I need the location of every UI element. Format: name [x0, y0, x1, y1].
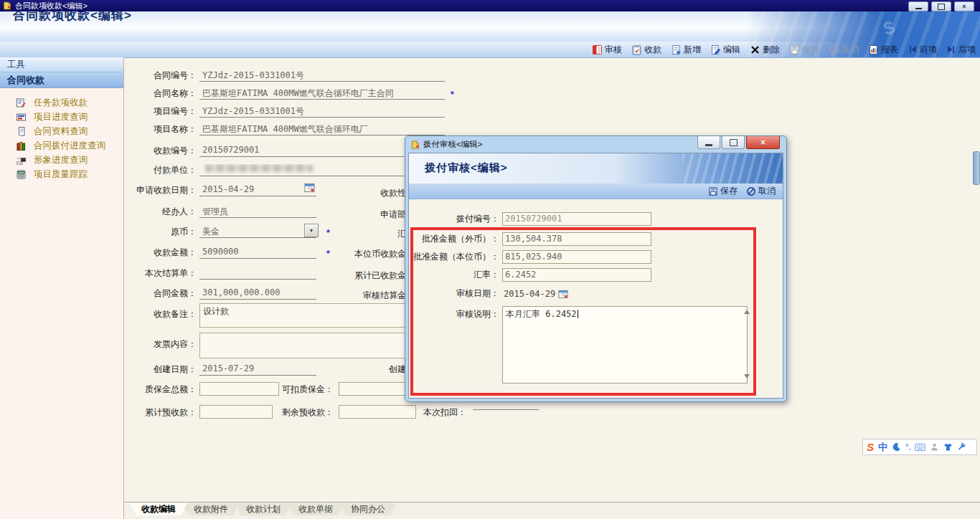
settlement-input[interactable] [199, 267, 316, 280]
tab-receipt-plan[interactable]: 收款计划 [235, 503, 292, 515]
project-name-label: 项目名称： [119, 123, 197, 135]
tab-receipt-edit[interactable]: 收款编辑 [130, 503, 187, 515]
sogou-logo-icon[interactable]: S [867, 442, 874, 452]
retention-total-input[interactable] [199, 382, 279, 396]
create-date-input[interactable]: 2015-07-29 [199, 363, 316, 376]
advance-remain-input[interactable] [339, 405, 416, 419]
tab-collaboration[interactable]: 协同办公 [339, 503, 397, 515]
receipt-button[interactable]: 收款 [631, 44, 661, 56]
invoice-textarea[interactable] [199, 333, 405, 358]
audit-icon [592, 44, 603, 55]
previous-item-button[interactable]: 前项 [908, 44, 937, 56]
save-icon [789, 44, 800, 55]
user-icon[interactable] [930, 442, 939, 452]
sidebar-item-project-progress[interactable]: 项目进度查询 [0, 110, 123, 124]
payer-value-redacted [205, 164, 313, 172]
dialog-close-button[interactable]: × [746, 136, 780, 149]
clipped-label-accumulated: 累计已收款金 [308, 270, 406, 282]
quality-track-icon [16, 169, 27, 180]
sidebar-item-contract-info[interactable]: 合同资料查询 [0, 124, 123, 138]
tab-receipt-attachment[interactable]: 收款附件 [182, 503, 240, 515]
window-close-button[interactable]: × [954, 1, 974, 11]
currency-select[interactable]: 美金 [199, 226, 316, 238]
currency-label: 原币： [119, 226, 197, 238]
add-icon [671, 44, 682, 55]
edit-button[interactable]: 编辑 [710, 44, 740, 56]
cancel-button: 取消 [829, 44, 859, 56]
previous-icon [908, 44, 918, 54]
window-minimize-button[interactable] [908, 1, 928, 11]
project-no-label: 项目编号： [119, 105, 197, 118]
dialog-restore-button[interactable] [722, 136, 745, 149]
dialog-toolbar: 保存 取消 [409, 184, 783, 199]
next-icon [946, 44, 956, 54]
save-button: 保存 [789, 44, 819, 56]
cancel-icon [746, 186, 756, 196]
retention-deductible-input[interactable] [339, 382, 408, 396]
highlight-rectangle [410, 227, 756, 396]
pay-no-input[interactable]: 20150729001 [502, 212, 651, 226]
dialog-document-icon [411, 141, 420, 149]
dialog-title: 拨付审核<编辑> [423, 139, 482, 150]
sidebar: 工具 合同收款 任务款项收款 项目进度查询 合同资料查询 合同拨付进度查询 0 … [0, 57, 124, 519]
skin-shirt-icon[interactable] [943, 442, 953, 452]
handler-label: 经办人： [119, 206, 197, 218]
retention-total-label: 质保金总额： [119, 384, 197, 396]
sidebar-group-header[interactable]: 合同收款 [0, 72, 123, 88]
contract-name-input[interactable]: 巴基斯坦FATIMA 400MW燃气联合循环电厂主合同 [199, 87, 445, 100]
apply-date-input[interactable]: 2015-04-29 [199, 184, 316, 196]
handler-input[interactable]: 管理员 [199, 206, 316, 218]
visual-progress-icon: 0 10 [16, 155, 27, 166]
contract-no-label: 合同编号： [119, 70, 197, 82]
audit-button[interactable]: 审核 [592, 44, 622, 56]
invoice-label: 发票内容： [119, 338, 197, 351]
contract-info-icon [16, 126, 27, 137]
sidebar-item-visual-progress[interactable]: 0 10 形象进度查询 [0, 153, 123, 167]
cancel-icon [829, 44, 839, 55]
amount-label: 收款金额： [119, 247, 197, 259]
moon-icon[interactable] [892, 442, 901, 452]
punctuation-icon[interactable]: °, [905, 443, 910, 451]
save-icon [708, 186, 718, 196]
chinese-mode-icon[interactable]: 中 [878, 442, 887, 452]
app-document-icon [3, 1, 11, 10]
delete-button[interactable]: 删除 [750, 44, 780, 56]
soft-keyboard-icon[interactable] [915, 443, 925, 452]
contract-no-input[interactable]: YZJdz-2015-0331001号 [199, 70, 445, 82]
dollar-watermark: $ [880, 16, 897, 41]
sidebar-item-task-receipt[interactable]: 任务款项收款 [0, 95, 123, 110]
payer-input[interactable] [199, 164, 404, 176]
receipt-no-input[interactable]: 20150729001 [199, 145, 404, 157]
window-restore-button[interactable] [931, 1, 951, 11]
next-item-button[interactable]: 后项 [946, 44, 976, 56]
delete-icon [750, 44, 760, 55]
advance-total-input[interactable] [199, 405, 273, 419]
report-button[interactable]: 报表 [868, 44, 898, 56]
project-name-input[interactable]: 巴基斯坦FATIMA 400MW燃气联合循环电厂 [199, 123, 445, 135]
dialog-save-button[interactable]: 保存 [708, 185, 738, 197]
window-titlebar: 合同款项收款<编辑> × [0, 0, 980, 11]
clipped-label-rate: 汇 [308, 228, 406, 240]
contract-amount-label: 合同金额： [119, 287, 197, 300]
contract-amount-input[interactable]: 301,000,000.000 [199, 287, 316, 300]
sidebar-item-payment-progress[interactable]: 合同拨付进度查询 [0, 138, 123, 153]
settlement-label: 本次结算单： [119, 267, 197, 280]
clipped-label-base-amount: 本位币收款金 [308, 248, 406, 260]
clipped-label-apply-dept: 申请部 [308, 209, 406, 221]
vertical-scrollbar-thumb[interactable] [973, 151, 980, 185]
receipt-icon [631, 44, 642, 55]
sidebar-tools-header[interactable]: 工具 [0, 57, 123, 72]
project-no-input[interactable]: YZJdz-2015-0331001号 [199, 105, 445, 118]
wrench-icon[interactable] [957, 442, 966, 452]
dialog-cancel-button[interactable]: 取消 [746, 185, 776, 197]
remark-textarea[interactable]: 设计款 [199, 303, 405, 328]
amount-input[interactable]: 5090000 [199, 247, 316, 259]
tab-receipt-document[interactable]: 收款单据 [287, 503, 344, 515]
report-icon [868, 44, 879, 55]
app-window: 合同款项收款<编辑> × 合同款项收款<编辑> $ 审核 收款 新增 编辑 删除 [0, 0, 980, 519]
clipped-label-audit-settle: 审核结算金 [308, 290, 406, 302]
dialog-minimize-button[interactable] [697, 136, 720, 149]
add-button[interactable]: 新增 [671, 44, 701, 56]
sidebar-item-quality-track[interactable]: 项目质量跟踪 [0, 167, 123, 181]
svg-text:0 10: 0 10 [17, 162, 23, 166]
